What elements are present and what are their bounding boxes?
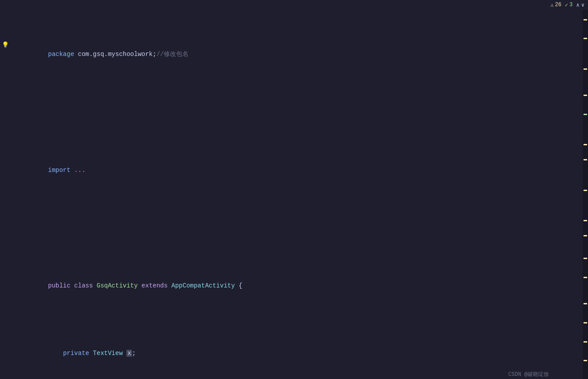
warning-count: ⚠️ 26: [550, 2, 561, 8]
ok-count: ✓ 3: [565, 2, 572, 8]
line-package: 💡 package com.gsq.myschoolwork;//修改包名: [2, 40, 588, 69]
editor-container: ⚠️ 26 ✓ 3 ∧ ∨ 💡 package com.gsq.myschool…: [0, 0, 588, 379]
bottom-bar: CSDN @破晓绽放: [505, 370, 552, 379]
top-bar: ⚠️ 26 ✓ 3 ∧ ∨: [547, 0, 588, 10]
nav-down[interactable]: ∨: [581, 2, 584, 8]
line-empty-2: [2, 223, 588, 233]
line-empty-1: [2, 108, 588, 118]
nav-arrows[interactable]: ∧ ∨: [576, 2, 584, 8]
nav-up[interactable]: ∧: [576, 2, 580, 8]
code-content: 💡 package com.gsq.myschoolwork;//修改包名 im…: [0, 0, 588, 379]
line-import: import ...: [2, 156, 588, 185]
right-scrollbar[interactable]: [583, 0, 588, 379]
code-area: ⚠️ 26 ✓ 3 ∧ ∨ 💡 package com.gsq.myschool…: [0, 0, 588, 379]
line-class-decl: public class GsqActivity extends AppComp…: [2, 271, 588, 300]
line-field-x: private TextView x;: [2, 339, 588, 368]
line-content-package: package com.gsq.myschoolwork;//修改包名: [9, 40, 588, 69]
gutter-bulb: 💡: [2, 41, 9, 50]
scrollbar-markers: [583, 0, 588, 379]
